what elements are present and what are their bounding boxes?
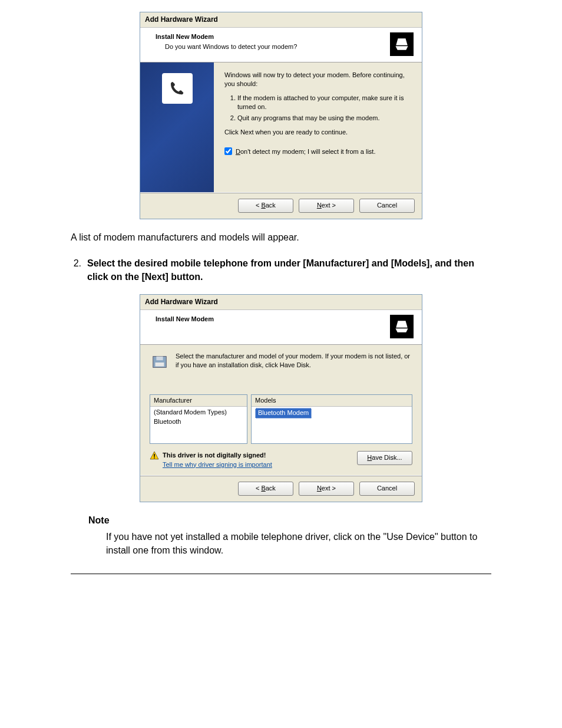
svg-rect-1: [156, 356, 163, 360]
note-heading: Note: [88, 514, 527, 527]
wizard-footer: < Back Next > Cancel: [140, 192, 422, 219]
cancel-button[interactable]: Cancel: [359, 482, 415, 496]
window-title: Add Hardware Wizard: [140, 12, 422, 28]
wizard-heading: Install New Modem: [148, 315, 385, 324]
cancel-button[interactable]: Cancel: [359, 199, 415, 213]
wizard-footer: < Back Next > Cancel: [140, 475, 422, 502]
back-button[interactable]: < Back: [238, 482, 293, 496]
models-header: Models: [252, 395, 412, 407]
warning-icon: [150, 451, 159, 460]
continue-text: Click Next when you are ready to continu…: [224, 128, 411, 137]
signing-link[interactable]: Tell me why driver signing is important: [163, 461, 272, 468]
warning-text: This driver is not digitally signed!: [163, 451, 272, 460]
manufacturer-list[interactable]: Manufacturer (Standard Modem Types) Blue…: [150, 394, 247, 444]
models-list[interactable]: Models Bluetooth Modem: [251, 394, 412, 444]
back-button[interactable]: < Back: [238, 199, 293, 213]
select-instruction: Select the manufacturer and model of you…: [176, 352, 412, 370]
modem-icon: [390, 32, 414, 56]
manufacturer-header: Manufacturer: [150, 395, 247, 407]
dont-detect-label[interactable]: Don't detect my modem; I will select it …: [236, 147, 375, 156]
svg-rect-2: [156, 363, 164, 367]
svg-rect-4: [154, 457, 155, 459]
next-button[interactable]: Next >: [299, 199, 354, 213]
divider: [71, 574, 491, 574]
caption-1: A list of modem manufacturers and models…: [71, 231, 491, 244]
dont-detect-checkbox[interactable]: [224, 147, 232, 155]
step-1: If the modem is attached to your compute…: [237, 94, 411, 112]
wizard-sidebar-graphic: [140, 62, 214, 192]
wizard-detect-modem: Add Hardware Wizard Install New Modem Do…: [140, 12, 422, 219]
list-item[interactable]: Bluetooth: [154, 417, 243, 426]
window-title: Add Hardware Wizard: [140, 295, 422, 310]
step-2: Quit any programs that may be using the …: [237, 114, 411, 123]
list-item-selected[interactable]: Bluetooth Modem: [255, 408, 312, 418]
note-text: If you have not yet installed a mobile t…: [106, 531, 491, 557]
list-item[interactable]: (Standard Modem Types): [154, 408, 243, 417]
wizard-heading: Install New Modem: [148, 32, 385, 41]
modem-icon: [390, 315, 414, 338]
step-instruction: Select the desired mobile telephone from…: [87, 257, 491, 284]
wizard-header: Install New Modem Do you want Windows to…: [140, 28, 422, 62]
phone-icon: [162, 73, 193, 104]
wizard-content: Windows will now try to detect your mode…: [214, 62, 422, 192]
wizard-select-modem: Add Hardware Wizard Install New Modem Se…: [140, 294, 422, 502]
intro-text: Windows will now try to detect your mode…: [224, 71, 411, 89]
wizard-header: Install New Modem: [140, 310, 422, 345]
wizard-subheading: Do you want Windows to detect your modem…: [148, 42, 385, 51]
svg-rect-3: [154, 454, 155, 457]
diskette-icon: [150, 352, 170, 372]
step-number: 2.: [71, 257, 81, 270]
have-disk-button[interactable]: Have Disk...: [357, 451, 412, 465]
next-button[interactable]: Next >: [299, 482, 354, 496]
